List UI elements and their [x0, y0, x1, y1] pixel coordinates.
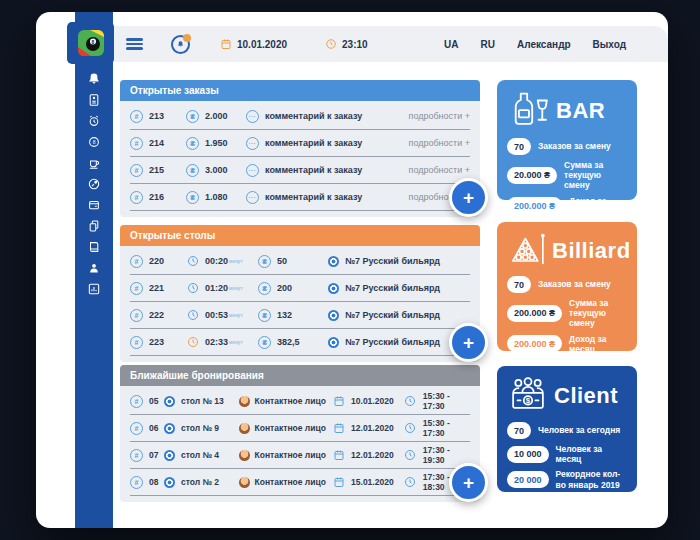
table-row[interactable]: #220 00:20минут ₴50 №7 Русский бильярд — [130, 248, 470, 275]
number-icon: # — [130, 449, 143, 462]
sidebar-item-clients[interactable] — [87, 261, 102, 275]
order-row[interactable]: #213 ₴2.000 ···комментарий к заказу подр… — [130, 103, 470, 130]
order-sum: 1.950 — [205, 138, 228, 148]
booking-contact: Контактное лицо — [255, 423, 326, 433]
stat-label: Заказов за смену — [538, 279, 611, 289]
comment-icon: ··· — [246, 110, 259, 123]
table-sum: 132 — [277, 310, 292, 320]
booking-row[interactable]: #07 стол № 4 Контактное лицо 12.01.2020 … — [130, 442, 470, 469]
booking-time: 15:30 - 17:30 — [423, 391, 470, 411]
order-row[interactable]: #216 ₴1.080 ···комментарий к заказу подр… — [130, 184, 470, 211]
number-icon: # — [130, 476, 143, 489]
stat-label: Сумма за текущую смену — [564, 160, 627, 191]
notifications-button[interactable] — [171, 35, 190, 54]
sidebar-item-staff[interactable] — [87, 93, 102, 107]
sidebar-item-documents[interactable] — [87, 219, 102, 233]
bar-chart-icon — [87, 282, 101, 296]
sidebar-item-settings[interactable] — [87, 177, 102, 191]
open-orders-header: Открытые заказы — [120, 80, 480, 101]
billiard-ball-icon — [164, 423, 175, 434]
clock-icon — [186, 282, 199, 295]
bookings-header: Ближайшие бронирования — [120, 365, 480, 386]
table-row[interactable]: #222 00:53минут ₴132 №7 Русский бильярд — [130, 302, 470, 329]
card-title: Client — [554, 383, 618, 409]
sidebar-nav: 8 — [75, 12, 113, 528]
details-link[interactable]: подробности + — [409, 165, 470, 175]
bar-bottle-glass-icon — [507, 89, 551, 133]
booking-date: 12.01.2020 — [351, 423, 394, 433]
order-row[interactable]: #214 ₴1.950 ···комментарий к заказу подр… — [130, 130, 470, 157]
user-menu[interactable]: Александр — [517, 39, 571, 50]
clock-icon — [404, 422, 417, 435]
sidebar-item-bar[interactable] — [87, 156, 102, 170]
stat-label: Сумма за текущую смену — [569, 298, 627, 329]
booking-id: 05 — [149, 396, 158, 406]
notification-badge — [183, 34, 191, 42]
documents-icon — [87, 219, 101, 233]
app-logo[interactable]: 8 — [67, 22, 114, 64]
billiard-ball-icon — [328, 256, 339, 267]
sidebar-item-shifts[interactable] — [87, 114, 102, 128]
currency-icon: ₴ — [258, 309, 271, 322]
add-table-button[interactable]: + — [449, 323, 488, 362]
table-order-id: 221 — [149, 283, 164, 293]
date-text: 10.01.2020 — [237, 39, 287, 50]
currency-icon: ₴ — [186, 164, 199, 177]
open-tables-section: Открытые столы #220 00:20минут ₴50 №7 Ру… — [120, 225, 480, 362]
open-orders-section: Открытые заказы #213 ₴2.000 ···комментар… — [120, 80, 480, 217]
billiard-ball-icon — [164, 450, 175, 461]
table-sum: 50 — [277, 256, 287, 266]
sidebar-item-cashbox[interactable] — [87, 198, 102, 212]
calendar-icon — [332, 395, 345, 408]
section-title: Ближайшие бронирования — [130, 370, 264, 381]
lang-ru-button[interactable]: RU — [481, 39, 495, 50]
elapsed-time: 01:20 — [205, 283, 228, 293]
sidebar-item-statistics[interactable] — [87, 282, 102, 296]
sidebar-item-journal[interactable] — [87, 240, 102, 254]
billiard-ball-icon — [328, 337, 339, 348]
booking-row[interactable]: #08 стол № 2 Контактное лицо 15.01.2020 … — [130, 469, 470, 496]
svg-text:8: 8 — [91, 39, 94, 45]
number-icon: # — [130, 137, 143, 150]
billiard-ball-icon — [164, 396, 175, 407]
order-id: 215 — [149, 165, 164, 175]
table-row[interactable]: #221 01:20минут ₴200 №7 Русский бильярд — [130, 275, 470, 302]
order-sum: 1.080 — [205, 192, 228, 202]
clock-icon — [186, 309, 199, 322]
open-orders-body: #213 ₴2.000 ···комментарий к заказу подр… — [120, 101, 480, 217]
currency-icon: ₴ — [186, 191, 199, 204]
booking-time: 15:30 - 17:30 — [423, 418, 470, 438]
table-name: №7 Русский бильярд — [345, 310, 440, 320]
billiard-ball-icon — [164, 477, 175, 488]
lang-ua-button[interactable]: UA — [444, 39, 458, 50]
billiard-stats-card: Billiard 70Заказов за смену 200.000 ₴Сум… — [497, 222, 637, 351]
details-link[interactable]: подробности + — [409, 138, 470, 148]
logout-button[interactable]: Выход — [593, 39, 626, 50]
bell-icon — [87, 72, 101, 86]
sidebar-item-billiard[interactable]: 8 — [87, 135, 102, 149]
stat-value: 70 — [507, 276, 531, 293]
number-icon: # — [130, 110, 143, 123]
details-link[interactable]: подробности + — [409, 111, 470, 121]
stat-label: Рекордное кол-во январь 2019 — [556, 469, 627, 489]
booking-contact: Контактное лицо — [255, 396, 326, 406]
alarm-clock-icon — [87, 114, 101, 128]
currency-icon: ₴ — [258, 282, 271, 295]
booking-table: стол № 2 — [181, 477, 219, 487]
table-row[interactable]: #223 02:33минут ₴382,5 №7 Русский бильяр… — [130, 329, 470, 356]
booking-table: стол № 9 — [181, 423, 219, 433]
stat-label: Человек за месяц — [556, 444, 627, 464]
time-text: 23:10 — [342, 39, 368, 50]
booking-row[interactable]: #06 стол № 9 Контактное лицо 12.01.2020 … — [130, 415, 470, 442]
order-row[interactable]: #215 ₴3.000 ···комментарий к заказу подр… — [130, 157, 470, 184]
open-tables-header: Открытые столы — [120, 225, 480, 246]
booking-row[interactable]: #05 стол № 13 Контактное лицо 10.01.2020… — [130, 388, 470, 415]
number-icon: # — [130, 309, 143, 322]
booking-contact: Контактное лицо — [255, 477, 326, 487]
app-logo-icon: 8 — [77, 29, 105, 57]
add-booking-button[interactable]: + — [449, 463, 488, 502]
menu-icon[interactable] — [126, 38, 143, 50]
add-order-button[interactable]: + — [449, 178, 488, 217]
stat-label: Человек за сегодня — [538, 425, 620, 435]
sidebar-item-notifications[interactable] — [87, 72, 102, 86]
